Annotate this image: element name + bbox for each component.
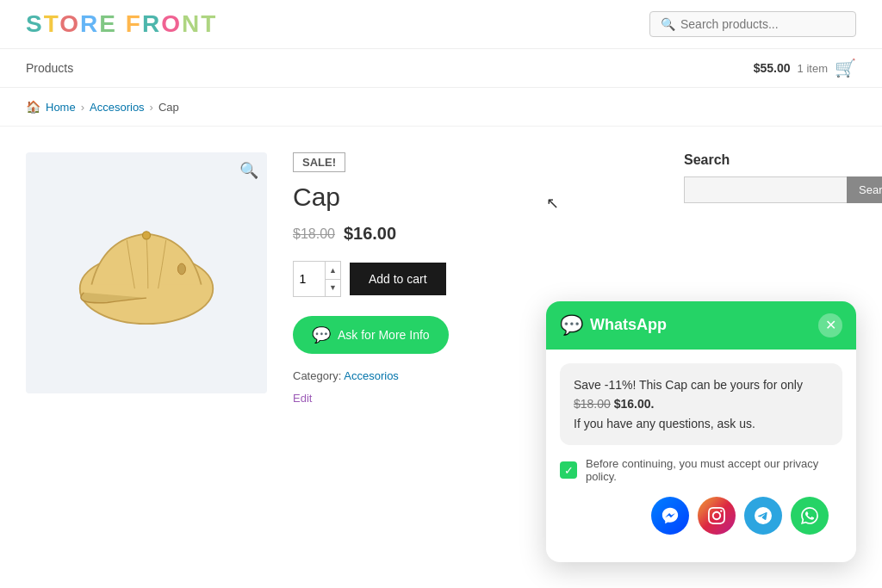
header: STORE FRONT 🔍: [0, 0, 882, 49]
sidebar-search-label: Search: [684, 152, 856, 168]
breadcrumb-current: Cap: [158, 101, 179, 114]
whatsapp-popup-header: 💬 WhatsApp ✕: [546, 301, 856, 350]
cart-items-count: 1 item: [798, 62, 828, 75]
product-image-container: 🔍: [26, 152, 267, 393]
navbar: Products $55.00 1 item 🛒: [0, 49, 882, 88]
quantity-down-arrow[interactable]: ▼: [326, 280, 340, 297]
whatsapp-icon: 💬: [312, 325, 331, 344]
svg-point-1: [142, 232, 150, 239]
sidebar-search-button[interactable]: Search: [847, 176, 882, 203]
quantity-up-arrow[interactable]: ▲: [326, 262, 340, 280]
cart-price: $55.00: [754, 61, 791, 75]
add-to-cart-button[interactable]: Add to cart: [350, 263, 446, 295]
breadcrumb-home-link[interactable]: Home: [46, 101, 76, 114]
product-image: [60, 204, 233, 342]
nav-products-link[interactable]: Products: [26, 61, 73, 75]
whatsapp-popup-title: WhatsApp: [590, 316, 667, 334]
breadcrumb-sep-2: ›: [150, 101, 153, 114]
whatsapp-message-line2: If you have any questions, ask us.: [574, 417, 755, 430]
whatsapp-brand-icon: 💬: [560, 314, 583, 337]
zoom-icon[interactable]: 🔍: [239, 161, 258, 180]
breadcrumb-category-link[interactable]: Accesorios: [90, 101, 145, 114]
edit-link[interactable]: Edit: [293, 392, 312, 405]
breadcrumb: 🏠 Home › Accesorios › Cap: [0, 88, 882, 127]
whatsapp-popup: 💬 WhatsApp ✕ Save -11%! This Cap can be …: [546, 301, 856, 430]
whatsapp-popup-message: Save -11%! This Cap can be yours for onl…: [560, 363, 842, 430]
breadcrumb-sep-1: ›: [81, 101, 84, 114]
whatsapp-popup-title-area: 💬 WhatsApp: [560, 314, 667, 337]
search-icon: 🔍: [661, 17, 675, 31]
search-input[interactable]: [680, 17, 845, 31]
price-area: $18.00 $16.00: [293, 224, 568, 244]
ask-whatsapp-button[interactable]: 💬 Ask for More Info: [293, 316, 449, 354]
product-name: Cap: [293, 183, 568, 212]
quantity-input[interactable]: [294, 272, 325, 286]
add-to-cart-row: ▲ ▼ Add to cart: [293, 261, 568, 297]
sidebar-search-input[interactable]: [684, 176, 847, 203]
quantity-arrows: ▲ ▼: [325, 262, 340, 296]
sale-badge: SALE!: [293, 152, 345, 172]
product-details: SALE! Cap $18.00 $16.00 ▲ ▼ Add to cart …: [293, 152, 568, 405]
search-bar[interactable]: 🔍: [649, 11, 856, 37]
whatsapp-popup-close-button[interactable]: ✕: [818, 313, 842, 337]
category-row: Category: Accesorios: [293, 369, 568, 382]
home-icon: 🏠: [26, 100, 40, 114]
original-price: $18.00: [293, 226, 335, 242]
cart-icon[interactable]: 🛒: [835, 58, 856, 78]
whatsapp-popup-body: Save -11%! This Cap can be yours for onl…: [546, 350, 856, 430]
whatsapp-price-new: $16.00.: [614, 397, 655, 411]
quantity-wrapper[interactable]: ▲ ▼: [293, 261, 341, 297]
cart-area: $55.00 1 item 🛒: [754, 58, 856, 78]
whatsapp-message-line1: Save -11%! This Cap can be yours for onl…: [574, 378, 803, 392]
whatsapp-price-old: $18.00: [574, 397, 611, 411]
sale-price: $16.00: [344, 224, 396, 244]
category-link[interactable]: Accesorios: [344, 369, 399, 382]
sidebar-search-row: Search: [684, 176, 856, 203]
logo[interactable]: STORE FRONT: [26, 10, 217, 38]
svg-point-2: [177, 263, 185, 275]
